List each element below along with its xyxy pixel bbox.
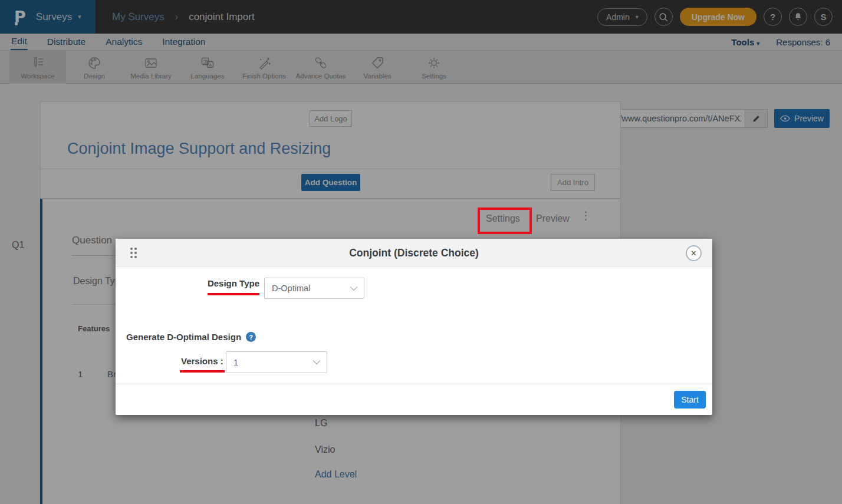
conjoint-settings-modal: Conjoint (Discrete Choice) × Design Type… [116, 239, 712, 415]
versions-label: Versions : [181, 356, 223, 366]
chevron-down-icon [350, 286, 358, 291]
versions-underline-annotation [180, 370, 225, 373]
versions-selected-value: 1 [233, 358, 238, 367]
chevron-down-icon [313, 360, 321, 365]
design-type-selected-value: D-Optimal [272, 284, 310, 293]
generate-design-row: Generate D-Optimal Design ? [126, 332, 256, 342]
design-type-label: Design Type [186, 278, 259, 288]
help-icon[interactable]: ? [246, 332, 256, 342]
modal-footer-divider [116, 384, 712, 384]
design-type-select[interactable]: D-Optimal [264, 278, 364, 299]
close-icon[interactable]: × [686, 245, 702, 261]
modal-title: Conjoint (Discrete Choice) [116, 239, 712, 267]
design-type-underline-annotation [208, 293, 259, 295]
settings-highlight-annotation [478, 207, 532, 234]
versions-select[interactable]: 1 [226, 351, 327, 373]
generate-design-label: Generate D-Optimal Design [126, 332, 241, 342]
start-button[interactable]: Start [674, 391, 706, 409]
questionpro-app: P Surveys ▾ My Surveys › conjoint Import… [0, 0, 842, 504]
